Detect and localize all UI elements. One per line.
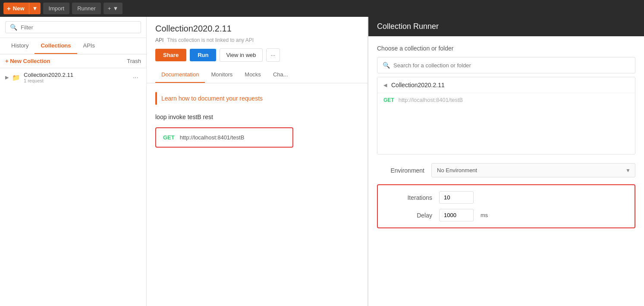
tab-collections[interactable]: Collections <box>35 38 77 54</box>
share-button[interactable]: Share <box>155 49 186 61</box>
runner-panel: Collection Runner Choose a collection or… <box>368 17 644 306</box>
add-icon: + <box>108 5 111 12</box>
dropdown-icon: ▼ <box>113 5 118 12</box>
delay-label: Delay <box>385 212 432 219</box>
choose-label: Choose a collection or folder <box>377 45 635 52</box>
content-tabs: Documentation Monitors Mocks Cha... <box>147 67 368 83</box>
api-label: API <box>155 37 163 43</box>
content-header: Collection2020.2.11 API This collection … <box>147 17 368 62</box>
collection-meta: 1 request <box>24 78 127 83</box>
request-description: loop invoke testB rest <box>155 114 359 120</box>
import-button[interactable]: Import <box>43 3 69 14</box>
content-title: Collection2020.2.11 <box>155 24 359 34</box>
tab-monitors[interactable]: Monitors <box>205 67 239 83</box>
new-dropdown-arrow[interactable]: ▼ <box>29 3 41 14</box>
tab-documentation[interactable]: Documentation <box>155 67 205 83</box>
doc-learn-link[interactable]: Learn how to document your requests <box>161 95 263 102</box>
runner-request-url: http://localhost:8401/testB <box>399 97 463 103</box>
new-button-label: New <box>13 5 25 12</box>
content-area: Collection2020.2.11 API This collection … <box>147 17 368 306</box>
tab-changelog[interactable]: Cha... <box>267 67 294 83</box>
sidebar-actions: + New Collection Trash <box>0 54 146 68</box>
tab-history[interactable]: History <box>5 38 35 54</box>
collection-info: Collection2020.2.11 1 request <box>24 72 127 83</box>
delay-input[interactable] <box>439 209 474 221</box>
request-box[interactable]: GET http://localhost:8401/testB <box>155 127 293 148</box>
content-actions: Share Run View in web ··· <box>155 48 359 62</box>
runner-header: Collection Runner <box>368 17 644 36</box>
runner-get-item[interactable]: GET http://localhost:8401/testB <box>377 93 635 107</box>
more-options-button[interactable]: ··· <box>266 48 280 62</box>
runner-collection-item[interactable]: ◀ Collection2020.2.11 <box>377 77 635 93</box>
sidebar-search-area: 🔍 <box>0 17 146 38</box>
search-input[interactable] <box>21 24 136 31</box>
tab-apis[interactable]: APIs <box>77 38 101 54</box>
content-body: Learn how to document your requests loop… <box>147 83 368 306</box>
new-collection-button[interactable]: + New Collection <box>5 58 50 64</box>
runner-method-badge: GET <box>383 97 394 103</box>
toolbar: + New ▼ Import Runner + ▼ <box>0 0 644 17</box>
folder-icon: 📁 <box>12 74 20 82</box>
runner-collection-list: ◀ Collection2020.2.11 GET http://localho… <box>377 77 635 155</box>
new-button-main[interactable]: + New <box>3 3 29 14</box>
sidebar-tabs: History Collections APIs <box>0 38 146 54</box>
plus-icon: + <box>7 5 11 12</box>
runner-chevron-icon: ◀ <box>383 82 387 88</box>
iterations-label: Iterations <box>385 194 432 201</box>
main-layout: 🔍 History Collections APIs + New Collect… <box>0 17 644 306</box>
runner-button[interactable]: Runner <box>72 3 101 14</box>
runner-search-icon: 🔍 <box>383 62 390 69</box>
runner-settings-box: Iterations Delay ms <box>377 184 635 228</box>
runner-env-value: No Environment <box>437 167 477 174</box>
new-button[interactable]: + New ▼ <box>3 3 41 14</box>
collection-item[interactable]: ▶ 📁 Collection2020.2.11 1 request ··· <box>0 68 146 87</box>
add-icon-button[interactable]: + ▼ <box>104 3 123 14</box>
runner-env-dropdown-icon: ▼ <box>625 167 631 174</box>
tab-mocks[interactable]: Mocks <box>239 67 267 83</box>
iterations-row: Iterations <box>385 191 628 204</box>
doc-learn-section: Learn how to document your requests <box>155 92 359 105</box>
runner-title: Collection Runner <box>377 22 439 31</box>
sidebar: 🔍 History Collections APIs + New Collect… <box>0 17 147 306</box>
method-badge: GET <box>163 134 175 141</box>
runner-env-row: Environment No Environment ▼ <box>377 163 635 177</box>
api-info-text: This collection is not linked to any API <box>167 37 254 43</box>
runner-env-label: Environment <box>377 167 424 174</box>
runner-search-box[interactable]: 🔍 <box>377 57 635 73</box>
request-url: http://localhost:8401/testB <box>180 134 245 141</box>
search-box[interactable]: 🔍 <box>5 21 141 33</box>
search-icon: 🔍 <box>10 24 17 31</box>
runner-body: Choose a collection or folder 🔍 ◀ Collec… <box>368 36 644 306</box>
collection-expand-icon[interactable]: ▶ <box>5 75 9 80</box>
api-info: API This collection is not linked to any… <box>155 37 359 43</box>
delay-row: Delay ms <box>385 209 628 221</box>
runner-env-select[interactable]: No Environment ▼ <box>431 163 635 177</box>
collection-list: ▶ 📁 Collection2020.2.11 1 request ··· ◀ <box>0 68 146 87</box>
trash-button[interactable]: Trash <box>127 58 141 64</box>
collection-more-button[interactable]: ··· <box>130 73 141 82</box>
collection-name: Collection2020.2.11 <box>24 72 127 78</box>
runner-search-input[interactable] <box>393 62 630 69</box>
doc-icon <box>155 92 157 105</box>
view-in-web-button[interactable]: View in web <box>220 48 262 62</box>
runner-collection-name: Collection2020.2.11 <box>391 82 445 88</box>
iterations-input[interactable] <box>439 191 474 204</box>
run-button[interactable]: Run <box>190 49 216 61</box>
delay-unit: ms <box>481 212 488 218</box>
